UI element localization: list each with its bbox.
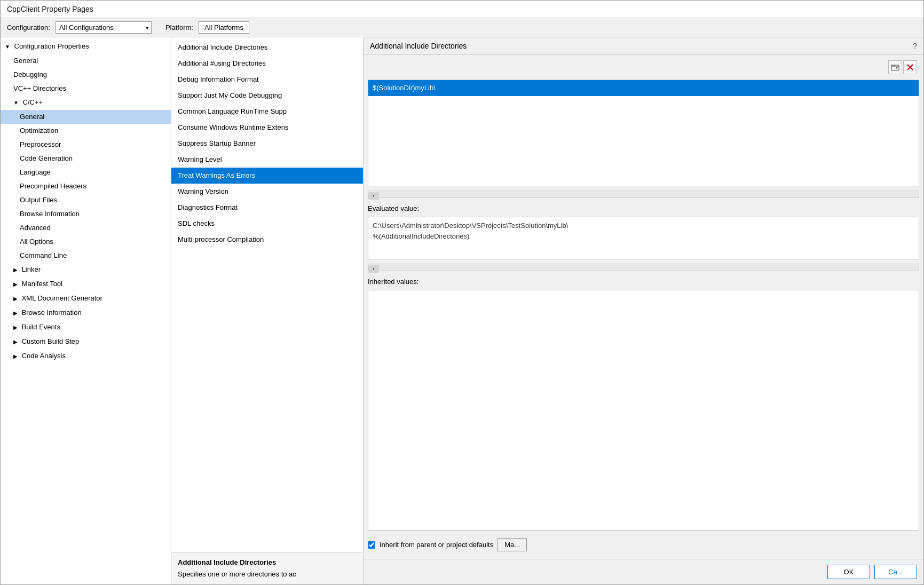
tree-item-output-files[interactable]: Output Files xyxy=(1,193,171,207)
cancel-button[interactable]: Ca... xyxy=(874,565,917,579)
tree-item-code-analysis[interactable]: Code Analysis xyxy=(1,349,171,363)
inherited-label: Inherited values: xyxy=(368,278,919,286)
right-panel: Additional Include Directories ? xyxy=(364,37,923,584)
tree-label-optimization: Optimization xyxy=(20,127,58,135)
tree-item-precompiled-headers[interactable]: Precompiled Headers xyxy=(1,179,171,193)
tree-label-custom-build: Custom Build Step xyxy=(22,337,80,345)
tree-label-general: General xyxy=(13,57,38,65)
tree-item-debugging[interactable]: Debugging xyxy=(1,68,171,82)
tree-label-xml-doc: XML Document Generator xyxy=(22,294,102,302)
tree-label-manifest-tool: Manifest Tool xyxy=(22,280,62,288)
prop-desc-text: Specifies one or more directories to ac xyxy=(178,570,296,578)
config-select[interactable]: All Configurations xyxy=(56,21,152,34)
tree-label-command-line: Command Line xyxy=(20,251,67,259)
evaluated-value-box: C:\Users\Administrator\Desktop\VSProject… xyxy=(368,217,919,259)
main-window: CppClient Property Pages Configuration: … xyxy=(0,0,924,585)
prop-warning-version[interactable]: Warning Version xyxy=(171,184,363,200)
tree-item-linker[interactable]: Linker xyxy=(1,263,171,277)
ok-button[interactable]: OK xyxy=(827,565,870,579)
triangle-browse-info2 xyxy=(13,307,18,319)
tree-item-advanced[interactable]: Advanced xyxy=(1,221,171,235)
scroll-left-btn[interactable]: ‹ xyxy=(368,192,379,200)
inherit-row: Inherit from parent or project defaults … xyxy=(368,535,919,555)
horizontal-scrollbar-2[interactable]: ‹ xyxy=(368,264,919,271)
tree-label-linker: Linker xyxy=(22,265,41,273)
prop-desc-name: Additional Include Directories xyxy=(178,558,357,567)
dialog-help-button[interactable]: ? xyxy=(913,42,917,50)
prop-treat-warnings-errors[interactable]: Treat Warnings As Errors xyxy=(171,168,363,184)
dialog-footer: OK Ca... xyxy=(364,559,923,584)
prop-diagnostics-format[interactable]: Diagnostics Format xyxy=(171,200,363,216)
prop-add-include-dirs[interactable]: Additional Include Directories xyxy=(171,39,363,56)
tree-label-browse-info: Browse Information xyxy=(20,210,80,218)
tree-label-advanced: Advanced xyxy=(20,224,51,232)
prop-suppress-banner[interactable]: Suppress Startup Banner xyxy=(171,136,363,152)
tree-item-cpp-general[interactable]: General xyxy=(1,110,171,124)
inherited-box xyxy=(368,290,919,531)
tree-label-cpp: C/C++ xyxy=(23,98,43,106)
config-bar: Configuration: All Configurations Platfo… xyxy=(1,18,923,37)
tree-item-manifest-tool[interactable]: Manifest Tool xyxy=(1,277,171,291)
triangle-linker xyxy=(13,264,18,276)
left-panel: Configuration Properties General Debuggi… xyxy=(1,37,171,584)
config-label: Configuration: xyxy=(7,23,50,31)
folder-icon xyxy=(891,63,899,72)
dir-toolbar xyxy=(368,59,919,75)
tree-item-all-options[interactable]: All Options xyxy=(1,235,171,249)
dir-list[interactable]: $(SolutionDir)myLib\ xyxy=(368,80,919,186)
prop-add-using-dirs[interactable]: Additional #using Directories xyxy=(171,56,363,72)
tree-label-debugging: Debugging xyxy=(13,70,47,78)
tree-label-language: Language xyxy=(20,168,51,176)
triangle-cpp xyxy=(13,97,19,109)
tree-item-xml-doc[interactable]: XML Document Generator xyxy=(1,291,171,306)
tree-item-code-generation[interactable]: Code Generation xyxy=(1,152,171,165)
platform-button[interactable]: All Platforms xyxy=(199,21,249,34)
tree-label-cpp-general: General xyxy=(20,113,44,121)
tree-item-cpp[interactable]: C/C++ xyxy=(1,96,171,110)
platform-label: Platform: xyxy=(165,23,193,31)
tree-item-command-line[interactable]: Command Line xyxy=(1,249,171,263)
dialog-header: Additional Include Directories ? xyxy=(364,37,923,55)
prop-common-lang-runtime[interactable]: Common Language RunTime Supp xyxy=(171,104,363,120)
tree-item-build-events[interactable]: Build Events xyxy=(1,320,171,335)
prop-multi-processor[interactable]: Multi-processor Compilation xyxy=(171,232,363,248)
content-area: Configuration Properties General Debuggi… xyxy=(1,37,923,584)
inherit-checkbox[interactable] xyxy=(368,541,375,549)
middle-panel: Additional Include Directories Additiona… xyxy=(171,37,364,584)
prop-consume-winrt[interactable]: Consume Windows Runtime Extens xyxy=(171,120,363,136)
tree-item-vc-directories[interactable]: VC++ Directories xyxy=(1,82,171,96)
tree-item-config-props[interactable]: Configuration Properties xyxy=(1,39,171,54)
prop-debug-info-format[interactable]: Debug Information Format xyxy=(171,72,363,88)
config-select-wrapper[interactable]: All Configurations xyxy=(56,21,152,34)
inherit-label: Inherit from parent or project defaults xyxy=(380,541,493,549)
tree-item-custom-build[interactable]: Custom Build Step xyxy=(1,335,171,349)
tree-label-browse-info2: Browse Information xyxy=(22,309,82,317)
dir-list-item[interactable]: $(SolutionDir)myLib\ xyxy=(368,80,919,96)
triangle-custom-build xyxy=(13,336,18,348)
macro-button[interactable]: Ma... xyxy=(497,538,527,551)
triangle-build-events xyxy=(13,322,18,334)
tree-item-optimization[interactable]: Optimization xyxy=(1,124,171,138)
window-title: CppClient Property Pages xyxy=(7,5,93,13)
prop-sdl-checks[interactable]: SDL checks xyxy=(171,216,363,232)
horizontal-scrollbar[interactable]: ‹ xyxy=(368,191,919,198)
prop-support-jmc[interactable]: Support Just My Code Debugging xyxy=(171,88,363,104)
delete-button[interactable] xyxy=(903,60,917,74)
prop-warning-level[interactable]: Warning Level xyxy=(171,152,363,168)
new-folder-button[interactable] xyxy=(888,60,902,74)
dialog-title: Additional Include Directories xyxy=(370,42,467,50)
tree-item-language[interactable]: Language xyxy=(1,165,171,179)
title-bar: CppClient Property Pages xyxy=(1,1,923,18)
tree-label-code-generation: Code Generation xyxy=(20,154,73,162)
tree-item-general[interactable]: General xyxy=(1,54,171,68)
tree-label-code-analysis: Code Analysis xyxy=(22,352,66,360)
property-list: Additional Include Directories Additiona… xyxy=(171,37,363,552)
scroll-left-btn-2[interactable]: ‹ xyxy=(368,265,379,273)
tree-item-browse-info[interactable]: Browse Information xyxy=(1,207,171,221)
tree-item-browse-info2[interactable]: Browse Information xyxy=(1,306,171,320)
tree-label-config-props: Configuration Properties xyxy=(14,42,89,50)
tree-item-preprocessor[interactable]: Preprocessor xyxy=(1,138,171,152)
tree-label-preprocessor: Preprocessor xyxy=(20,140,61,148)
delete-icon xyxy=(906,64,914,71)
tree-label-all-options: All Options xyxy=(20,238,53,246)
